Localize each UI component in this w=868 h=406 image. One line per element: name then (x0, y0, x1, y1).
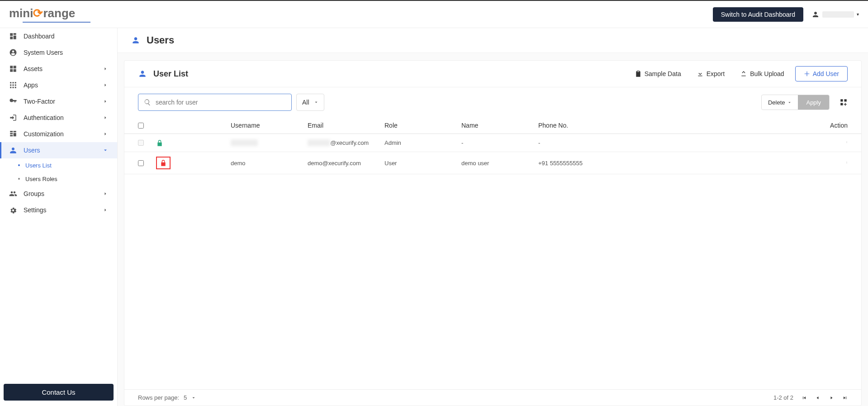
clipboard-icon (635, 70, 642, 77)
last-page-button[interactable] (842, 395, 848, 401)
export-button[interactable]: Export (692, 67, 729, 80)
sidebar-sub-users-list[interactable]: Users List (0, 158, 117, 172)
sidebar-item-label: System Users (24, 49, 108, 56)
avatar-icon (811, 10, 820, 19)
caret-down-icon (787, 100, 792, 105)
chevron-right-icon (103, 131, 108, 137)
person-icon (138, 69, 147, 78)
sidebar-item-label: Assets (24, 65, 96, 72)
action-label: Add User (813, 70, 839, 77)
rows-per-page-value: 5 (184, 394, 187, 401)
add-user-button[interactable]: Add User (795, 66, 848, 81)
gear-icon (9, 206, 17, 214)
apps-icon (9, 81, 17, 89)
sidebar: Dashboard System Users Assets Apps Two-F… (0, 28, 118, 406)
action-label: Bulk Upload (750, 70, 784, 77)
sidebar-item-two-factor[interactable]: Two-Factor (0, 93, 117, 110)
pager: 1-2 of 2 (773, 394, 848, 401)
plus-icon (804, 71, 810, 77)
user-name-redacted (822, 11, 854, 18)
bulk-upload-button[interactable]: Bulk Upload (735, 67, 789, 80)
sidebar-sub-label: Users List (25, 162, 52, 169)
cell-name: - (461, 139, 538, 146)
filter-select[interactable]: All (296, 94, 324, 111)
col-username: Username (231, 122, 308, 129)
row-checkbox[interactable] (138, 140, 144, 146)
chevron-right-icon (103, 82, 108, 88)
first-page-button[interactable] (802, 395, 807, 401)
topbar: mini⟳range Switch to Audit Dashboard ▾ (0, 0, 868, 28)
cell-phone: +91 5555555555 (538, 160, 642, 167)
panel-title: User List (153, 69, 188, 79)
select-all-checkbox[interactable] (138, 123, 144, 129)
bulk-action-select[interactable]: Delete (762, 95, 798, 110)
sidebar-item-label: Apps (24, 81, 96, 89)
chevron-right-icon (103, 191, 108, 196)
sidebar-item-label: Two-Factor (24, 98, 96, 105)
customization-icon (9, 130, 17, 138)
next-page-button[interactable] (829, 395, 834, 401)
logo[interactable]: mini⟳range (9, 6, 90, 23)
cell-role: Admin (384, 139, 461, 146)
caret-down-icon: ▾ (857, 12, 859, 17)
row-action-menu[interactable] (846, 140, 848, 147)
user-menu[interactable]: ▾ (811, 10, 859, 19)
sidebar-item-label: Users (24, 147, 96, 154)
grid-icon (9, 65, 17, 73)
sidebar-item-settings[interactable]: Settings (0, 202, 117, 218)
row-action-menu[interactable] (846, 161, 848, 167)
locked-icon (160, 159, 167, 167)
page-title: Users (147, 34, 174, 46)
sidebar-item-system-users[interactable]: System Users (0, 44, 117, 61)
page-status: 1-2 of 2 (773, 394, 793, 401)
logo-range: range (43, 6, 75, 20)
key-icon (9, 97, 17, 105)
rows-per-page-select[interactable] (191, 396, 196, 400)
grid-view-button[interactable] (840, 98, 848, 106)
sample-data-button[interactable]: Sample Data (630, 67, 686, 80)
bulk-action-label: Delete (768, 99, 785, 106)
sidebar-item-apps[interactable]: Apps (0, 77, 117, 93)
sidebar-sub-label: Users Roles (25, 176, 57, 182)
dot-icon (18, 164, 20, 166)
rows-per-page-label: Rows per page: (138, 394, 179, 401)
sidebar-item-authentication[interactable]: Authentication (0, 110, 117, 126)
caret-down-icon (314, 100, 318, 105)
cell-phone: - (538, 139, 642, 146)
user-circle-icon (9, 48, 17, 57)
toolbar: All Delete Apply (124, 87, 861, 117)
filter-value: All (302, 99, 309, 106)
col-phone: Phone No. (538, 122, 642, 129)
download-icon (697, 70, 704, 77)
sidebar-item-dashboard[interactable]: Dashboard (0, 28, 117, 44)
apply-button[interactable]: Apply (798, 95, 829, 110)
contact-us-button[interactable]: Contact Us (4, 384, 114, 401)
more-icon (846, 139, 848, 146)
table-footer: Rows per page: 5 1-2 of 2 (124, 389, 861, 406)
login-icon (9, 114, 17, 122)
bulk-action-group: Delete Apply (761, 95, 830, 110)
logo-o: ⟳ (33, 6, 43, 20)
col-name: Name (461, 122, 538, 129)
search-input[interactable] (156, 99, 286, 106)
sidebar-item-groups[interactable]: Groups (0, 186, 117, 202)
user-list-panel: User List Sample Data Export Bulk Upload… (124, 60, 862, 406)
lock-highlight (156, 157, 171, 169)
user-icon (9, 146, 17, 154)
prev-page-button[interactable] (815, 395, 821, 401)
sidebar-item-customization[interactable]: Customization (0, 126, 117, 142)
cell-username: demo (231, 160, 308, 167)
cell-role: User (384, 160, 461, 167)
groups-icon (9, 190, 17, 198)
sidebar-item-assets[interactable]: Assets (0, 61, 117, 77)
cell-email: @xecurify.com (330, 139, 369, 146)
switch-dashboard-button[interactable]: Switch to Audit Dashboard (713, 7, 803, 22)
search-field[interactable] (138, 94, 292, 111)
sidebar-item-label: Groups (24, 190, 96, 197)
action-label: Export (707, 70, 725, 77)
sidebar-sub-users-roles[interactable]: Users Roles (0, 172, 117, 186)
col-action: Action (642, 122, 848, 129)
col-role: Role (384, 122, 461, 129)
row-checkbox[interactable] (138, 160, 144, 166)
sidebar-item-users[interactable]: Users (0, 142, 117, 158)
